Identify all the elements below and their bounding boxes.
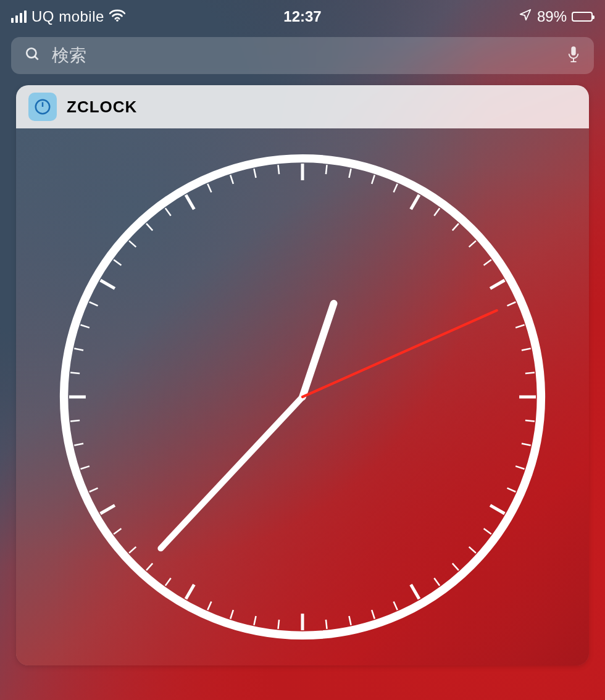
svg-line-2 bbox=[35, 56, 38, 59]
status-bar-left: UQ mobile bbox=[11, 8, 125, 25]
svg-line-9 bbox=[326, 165, 327, 174]
second-hand bbox=[302, 310, 497, 397]
svg-line-61 bbox=[146, 223, 152, 230]
svg-line-60 bbox=[129, 241, 136, 247]
svg-line-25 bbox=[522, 443, 531, 445]
svg-line-55 bbox=[74, 348, 83, 350]
svg-line-14 bbox=[434, 208, 440, 215]
svg-line-67 bbox=[278, 165, 279, 174]
svg-line-54 bbox=[70, 372, 80, 373]
cellular-signal-icon bbox=[11, 10, 27, 23]
svg-line-44 bbox=[165, 578, 171, 586]
zclock-widget[interactable]: ZCLOCK bbox=[16, 85, 589, 665]
svg-line-30 bbox=[469, 547, 476, 553]
svg-line-56 bbox=[81, 325, 90, 328]
search-bar[interactable]: 検索 bbox=[11, 37, 594, 74]
svg-line-19 bbox=[507, 302, 516, 306]
svg-line-47 bbox=[114, 528, 121, 534]
svg-line-36 bbox=[349, 616, 351, 625]
svg-line-24 bbox=[525, 420, 535, 422]
svg-line-43 bbox=[186, 585, 194, 599]
svg-line-41 bbox=[230, 610, 233, 619]
svg-line-26 bbox=[515, 466, 524, 469]
svg-line-11 bbox=[372, 175, 375, 184]
svg-line-52 bbox=[70, 420, 80, 422]
location-icon bbox=[519, 8, 532, 25]
widget-header: ZCLOCK bbox=[16, 85, 589, 128]
status-bar: UQ mobile 12:37 89% bbox=[0, 0, 605, 27]
svg-line-13 bbox=[411, 195, 419, 209]
minute-hand bbox=[161, 397, 302, 548]
svg-line-46 bbox=[129, 547, 136, 553]
svg-line-35 bbox=[372, 610, 375, 619]
svg-line-65 bbox=[230, 175, 233, 184]
app-icon bbox=[28, 93, 57, 121]
microphone-icon[interactable] bbox=[567, 46, 580, 65]
hour-hand bbox=[302, 304, 334, 397]
widget-title: ZCLOCK bbox=[67, 98, 137, 117]
carrier-label: UQ mobile bbox=[31, 8, 104, 25]
svg-line-18 bbox=[490, 280, 504, 288]
svg-line-27 bbox=[507, 488, 516, 492]
svg-line-34 bbox=[394, 602, 398, 610]
svg-line-12 bbox=[394, 184, 398, 193]
svg-point-1 bbox=[27, 48, 36, 57]
battery-percent-label: 89% bbox=[537, 8, 567, 25]
svg-line-63 bbox=[186, 195, 194, 209]
svg-line-31 bbox=[453, 564, 459, 570]
svg-line-29 bbox=[484, 528, 491, 534]
svg-line-42 bbox=[207, 602, 211, 610]
svg-line-62 bbox=[165, 208, 171, 215]
svg-line-17 bbox=[484, 260, 491, 265]
svg-line-64 bbox=[207, 184, 211, 193]
analog-clock bbox=[43, 138, 562, 656]
search-placeholder: 検索 bbox=[52, 44, 556, 67]
svg-line-33 bbox=[411, 585, 419, 599]
svg-rect-3 bbox=[571, 46, 575, 56]
svg-line-49 bbox=[90, 488, 98, 492]
search-icon bbox=[25, 46, 41, 65]
svg-line-57 bbox=[90, 302, 98, 306]
svg-line-59 bbox=[114, 260, 121, 265]
status-bar-time: 12:37 bbox=[283, 8, 321, 25]
svg-line-39 bbox=[278, 620, 279, 629]
battery-icon bbox=[572, 12, 593, 22]
svg-line-16 bbox=[469, 241, 476, 247]
svg-line-50 bbox=[81, 466, 90, 469]
widget-body bbox=[16, 128, 589, 665]
svg-line-66 bbox=[254, 169, 256, 178]
svg-point-0 bbox=[116, 19, 118, 21]
svg-line-45 bbox=[146, 564, 152, 570]
svg-line-48 bbox=[101, 506, 115, 514]
svg-line-40 bbox=[254, 616, 256, 625]
svg-line-22 bbox=[525, 372, 535, 373]
svg-line-58 bbox=[101, 280, 115, 288]
svg-line-28 bbox=[490, 506, 504, 514]
svg-line-51 bbox=[74, 443, 83, 445]
status-bar-right: 89% bbox=[519, 8, 593, 25]
svg-line-20 bbox=[515, 325, 524, 328]
svg-line-21 bbox=[522, 348, 531, 350]
svg-line-32 bbox=[434, 578, 440, 586]
svg-line-37 bbox=[326, 620, 327, 629]
svg-line-10 bbox=[349, 169, 351, 178]
wifi-icon bbox=[109, 8, 125, 25]
svg-line-15 bbox=[453, 223, 459, 230]
